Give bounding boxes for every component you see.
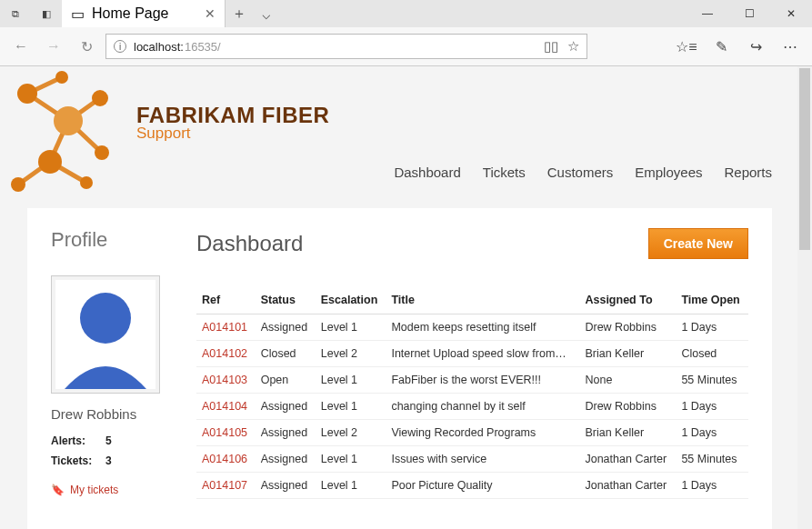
share-icon[interactable]: ↪	[741, 38, 770, 55]
table-row[interactable]: A014104AssignedLevel 1changing channel b…	[196, 394, 748, 420]
favorites-list-icon[interactable]: ☆≡	[672, 38, 701, 55]
cell-assigned: Drew Robbins	[579, 394, 676, 420]
svg-point-13	[11, 177, 25, 192]
table-header-row: Ref Status Escalation Title Assigned To …	[196, 286, 748, 314]
cell-status: Open	[256, 367, 316, 394]
cell-timeopen: 55 Minutes	[676, 367, 748, 394]
cell-timeopen: 1 Days	[676, 473, 748, 499]
svg-point-8	[55, 71, 68, 84]
maximize-button[interactable]: ☐	[728, 0, 770, 27]
nav-employees[interactable]: Employees	[635, 165, 702, 180]
multi-window-icon[interactable]: ⧉	[0, 0, 31, 27]
cell-status: Assigned	[256, 473, 316, 499]
my-tickets-link[interactable]: 🔖 My tickets	[51, 484, 169, 496]
cell-escalation: Level 1	[316, 446, 386, 473]
svg-point-12	[95, 145, 109, 160]
cell-ref[interactable]: A014102	[196, 341, 256, 367]
my-tickets-label: My tickets	[70, 484, 118, 496]
close-tab-icon[interactable]: ✕	[205, 6, 216, 21]
minimize-button[interactable]: —	[687, 0, 728, 27]
cell-escalation: Level 2	[316, 341, 386, 367]
tickets-stat: Tickets:3	[51, 454, 169, 467]
cell-status: Assigned	[256, 446, 316, 473]
tab-strip: ⧉ ◧ ▭ Home Page ✕ ＋ ⌵ — ☐ ✕	[0, 0, 812, 27]
cell-title: changing channel by it self	[386, 394, 579, 420]
refresh-button[interactable]: ↻	[73, 33, 100, 60]
cell-title: FabFiber is the worst EVER!!!	[386, 367, 579, 394]
create-new-button[interactable]: Create New	[648, 228, 748, 259]
nav-customers[interactable]: Customers	[547, 165, 614, 180]
col-assigned[interactable]: Assigned To	[579, 286, 676, 314]
table-row[interactable]: A014106AssignedLevel 1Issues with servic…	[196, 446, 748, 473]
tab-dropdown-icon[interactable]: ⌵	[253, 0, 280, 27]
cell-timeopen: Closed	[676, 341, 748, 367]
nav-reports[interactable]: Reports	[724, 165, 772, 180]
col-ref[interactable]: Ref	[196, 286, 256, 314]
more-icon[interactable]: ⋯	[776, 38, 805, 55]
cell-assigned: Brian Keller	[579, 420, 676, 446]
url-host: localhost:	[134, 40, 184, 54]
cell-timeopen: 1 Days	[676, 314, 748, 341]
side-panel-icon[interactable]: ◧	[31, 0, 62, 27]
window-controls: — ☐ ✕	[687, 0, 812, 27]
cell-ref[interactable]: A014101	[196, 314, 256, 341]
cell-timeopen: 55 Minutes	[676, 446, 748, 473]
table-row[interactable]: A014102ClosedLevel 2Internet Upload spee…	[196, 341, 748, 367]
content-card: Profile Drew Robbins Alerts:5 Tickets:3 …	[27, 208, 772, 529]
cell-status: Assigned	[256, 420, 316, 446]
browser-tab[interactable]: ▭ Home Page ✕	[62, 0, 226, 27]
cell-ref[interactable]: A014107	[196, 473, 256, 499]
avatar-placeholder-icon	[55, 280, 155, 389]
cell-title: Internet Upload speed slow from…	[386, 341, 579, 367]
cell-timeopen: 1 Days	[676, 394, 748, 420]
cell-ref[interactable]: A014105	[196, 420, 256, 446]
page-title: Dashboard	[196, 231, 303, 256]
cell-escalation: Level 1	[316, 314, 386, 341]
table-row[interactable]: A014101AssignedLevel 1Modem keeps resett…	[196, 314, 748, 341]
col-status[interactable]: Status	[256, 286, 316, 314]
main-content: Dashboard Create New Ref Status Escalati…	[196, 228, 748, 529]
cell-title: Poor Picture Quality	[386, 473, 579, 499]
address-bar[interactable]: i localhost:16535/ ▯▯ ☆	[105, 34, 587, 59]
cell-ref[interactable]: A014103	[196, 367, 256, 394]
back-button[interactable]: ←	[7, 33, 35, 60]
svg-point-11	[38, 150, 62, 174]
cell-title: Issues with service	[386, 446, 579, 473]
svg-point-16	[80, 293, 131, 344]
cell-assigned: Brian Keller	[579, 341, 676, 367]
cell-escalation: Level 2	[316, 420, 386, 446]
cell-assigned: Jonathan Carter	[579, 446, 676, 473]
svg-point-9	[92, 90, 108, 106]
table-row[interactable]: A014103OpenLevel 1FabFiber is the worst …	[196, 367, 748, 394]
avatar	[51, 275, 160, 394]
profile-name: Drew Robbins	[51, 406, 169, 422]
table-row[interactable]: A014105AssignedLevel 2Viewing Recorded P…	[196, 420, 748, 446]
forward-button[interactable]: →	[40, 33, 67, 60]
reading-list-icon[interactable]: ✎	[707, 38, 736, 55]
table-row[interactable]: A014107AssignedLevel 1Poor Picture Quali…	[196, 473, 748, 499]
cell-assigned: Jonathan Carter	[579, 473, 676, 499]
col-escalation[interactable]: Escalation	[316, 286, 386, 314]
svg-point-7	[17, 84, 37, 104]
close-window-button[interactable]: ✕	[770, 0, 812, 27]
col-timeopen[interactable]: Time Open	[676, 286, 748, 314]
reading-view-icon[interactable]: ▯▯	[544, 38, 558, 55]
tab-title: Home Page	[92, 5, 169, 22]
cell-escalation: Level 1	[316, 473, 386, 499]
cell-escalation: Level 1	[316, 367, 386, 394]
cell-status: Assigned	[256, 394, 316, 420]
cell-assigned: Drew Robbins	[579, 314, 676, 341]
cell-status: Closed	[256, 341, 316, 367]
nav-dashboard[interactable]: Dashboard	[394, 165, 460, 180]
cell-title: Viewing Recorded Programs	[386, 420, 579, 446]
profile-heading: Profile	[51, 228, 169, 252]
cell-ref[interactable]: A014106	[196, 446, 256, 473]
col-title[interactable]: Title	[386, 286, 579, 314]
cell-ref[interactable]: A014104	[196, 394, 256, 420]
tag-icon: 🔖	[51, 484, 65, 496]
favorite-icon[interactable]: ☆	[567, 38, 579, 55]
site-info-icon[interactable]: i	[114, 40, 126, 53]
nav-tickets[interactable]: Tickets	[483, 165, 526, 180]
address-toolbar: ← → ↻ i localhost:16535/ ▯▯ ☆ ☆≡ ✎ ↪ ⋯	[0, 27, 812, 65]
new-tab-button[interactable]: ＋	[226, 0, 253, 27]
